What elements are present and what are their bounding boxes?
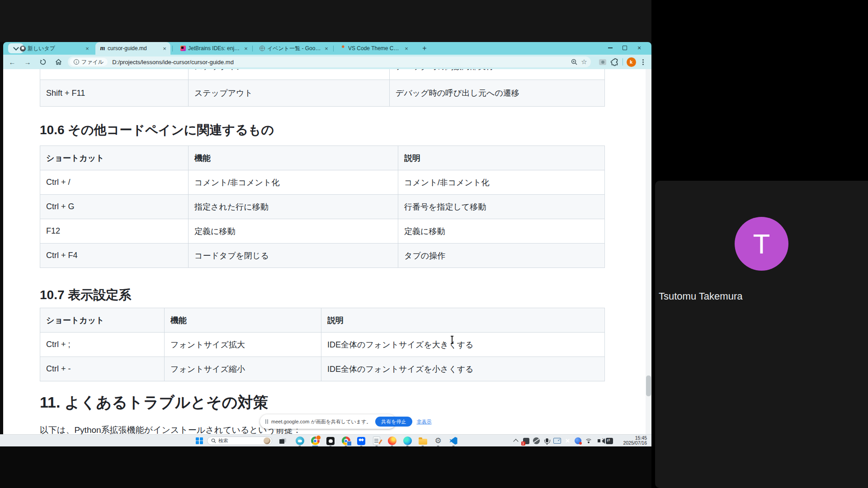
browser-menu-button[interactable]: [637, 56, 649, 68]
tray-ime[interactable]: [604, 436, 614, 446]
wifi-icon: [585, 439, 592, 443]
tab-close-icon[interactable]: ×: [403, 45, 410, 52]
tab-close-icon[interactable]: ×: [323, 45, 330, 52]
scrollbar-thumb[interactable]: [646, 375, 651, 396]
tab-cursor-guide[interactable]: m cursor-guide.md ×: [95, 42, 170, 55]
taskbar-app-github[interactable]: [326, 436, 335, 446]
tray-wifi[interactable]: [583, 436, 594, 446]
jetbrains-favicon-icon: [180, 45, 186, 52]
profile-avatar: k: [627, 57, 636, 67]
tab-close-icon[interactable]: ×: [84, 45, 90, 52]
toolbar-separator: [623, 58, 623, 66]
letterbox-top: [0, 0, 651, 42]
home-button[interactable]: [54, 57, 63, 66]
search-placeholder: 検索: [218, 437, 264, 444]
bookmark-star-button[interactable]: ☆: [579, 57, 589, 67]
taskbar-clock[interactable]: 15:45 2025/07/16: [623, 436, 647, 446]
task-view-icon: [279, 438, 286, 444]
table-cell: Ctrl + G: [40, 195, 189, 219]
taskbar-app-vscode[interactable]: [448, 436, 458, 446]
reload-button[interactable]: [38, 57, 47, 66]
taskbar-app-notepad[interactable]: [372, 436, 382, 446]
taskbar-app-chrome-profile[interactable]: [341, 436, 351, 446]
table-cell: 定義に移動: [189, 219, 398, 244]
chevron-up-icon: [513, 439, 518, 444]
minimize-button[interactable]: [604, 42, 617, 54]
tab-google-calendar[interactable]: イベント一覧 - Google Calendar ×: [255, 42, 332, 55]
taskbar-app-teal[interactable]: [295, 436, 305, 446]
close-button[interactable]: ×: [632, 42, 646, 54]
taskbar-app-chrome[interactable]: [310, 436, 320, 446]
toolbar-right-cluster: k: [597, 55, 651, 69]
taskbar-search-box[interactable]: 検索: [207, 436, 272, 445]
tab-close-icon[interactable]: ×: [161, 45, 168, 52]
participant-name: Tsutomu Takemura: [659, 291, 742, 302]
badge-count: 3: [521, 441, 525, 446]
tab-separator: [172, 46, 173, 52]
cloud-paused-icon: [533, 437, 540, 444]
tray-cast-indicator[interactable]: [552, 436, 562, 446]
tray-overflow-button[interactable]: [510, 436, 521, 446]
table-cell: F12: [40, 219, 189, 244]
browser-toolbar: ← → i ファイル: [3, 55, 651, 69]
tab-label: cursor-guide.md: [108, 45, 160, 52]
dropbox-icon: [357, 437, 365, 445]
reload-icon: [40, 59, 46, 65]
media-indicator-button[interactable]: [597, 56, 609, 68]
taskbar-app-dropbox[interactable]: [356, 436, 366, 446]
task-view-button[interactable]: [278, 436, 288, 446]
table-cell: フォントサイズ縮小: [165, 357, 321, 381]
tray-app-orb[interactable]: [573, 436, 583, 446]
table-cell: タブの操作: [398, 244, 605, 268]
scrollbar[interactable]: [646, 69, 651, 434]
starburst-favicon-icon: *: [340, 45, 346, 52]
zoom-page-button[interactable]: [569, 57, 579, 67]
tray-microphone[interactable]: [542, 436, 552, 446]
tray-onedrive-paused[interactable]: [531, 436, 542, 446]
search-highlight-avatar: [264, 437, 270, 444]
hide-banner-link[interactable]: 非表示: [417, 418, 432, 425]
new-tab-button[interactable]: +: [420, 44, 429, 53]
stop-sharing-button[interactable]: 共有を停止: [375, 417, 412, 427]
folder-icon: [419, 439, 427, 445]
url-text[interactable]: D:/projects/lessons/ide-cursor/cursor-gu…: [112, 59, 569, 66]
table-cell: 指定された行に移動: [189, 195, 398, 219]
start-button[interactable]: [194, 436, 204, 446]
file-protocol-chip[interactable]: i ファイル: [70, 58, 108, 66]
tray-close-share[interactable]: ×: [562, 436, 573, 446]
tray-app-notifications[interactable]: 3: [521, 436, 531, 446]
table-cell: IDE全体のフォントサイズを小さくする: [321, 357, 605, 381]
chrome-icon: [311, 436, 320, 445]
tab-jetbrains[interactable]: JetBrains IDEs: enjoy an excepti ×: [176, 42, 252, 55]
tab-close-icon[interactable]: ×: [243, 45, 249, 52]
page-content[interactable]: F11 ステップイン デバッグ時の関数内部実行 Shift + F11 ステップ…: [3, 69, 651, 434]
tray-volume[interactable]: [594, 436, 604, 446]
tab-new-tab[interactable]: 新しいタブ ×: [15, 42, 93, 55]
restore-button[interactable]: [618, 42, 632, 54]
table-cell: IDE全体のフォントサイズを大きくする: [321, 333, 605, 357]
taskbar-app-settings[interactable]: ⚙: [433, 436, 443, 446]
newtab-favicon-icon: [19, 45, 26, 52]
taskbar-app-firefox[interactable]: [387, 436, 397, 446]
table-cell: Ctrl + -: [40, 357, 165, 381]
extensions-button[interactable]: [609, 56, 620, 68]
table-cell: Shift + F11: [40, 80, 189, 107]
profile-button[interactable]: k: [625, 56, 637, 68]
table-header-cell: 機能: [189, 146, 398, 170]
address-bar[interactable]: i ファイル D:/projects/lessons/ide-cursor/cu…: [68, 56, 591, 67]
restore-icon: [623, 46, 627, 50]
forward-button[interactable]: →: [23, 57, 32, 66]
kebab-menu-icon: [642, 59, 644, 65]
media-indicator-icon: [599, 59, 606, 65]
taskbar-app-edge[interactable]: [402, 436, 412, 446]
section-heading-11: 11. よくあるトラブルとその対策: [40, 392, 269, 413]
table-cell: コメント/非コメント化: [189, 170, 398, 195]
tab-vscode-theme[interactable]: * VS Code Theme Customization ×: [336, 42, 412, 55]
participant-tile[interactable]: T Tsutomu Takemura: [655, 181, 868, 488]
taskbar-app-explorer[interactable]: [418, 436, 428, 446]
chrome-profile-icon: [342, 436, 350, 445]
cast-icon: [553, 438, 561, 444]
back-button[interactable]: ←: [8, 57, 17, 66]
table-cell: デバッグ時の関数内部実行: [390, 69, 605, 80]
table-cell: Ctrl + /: [40, 170, 189, 195]
